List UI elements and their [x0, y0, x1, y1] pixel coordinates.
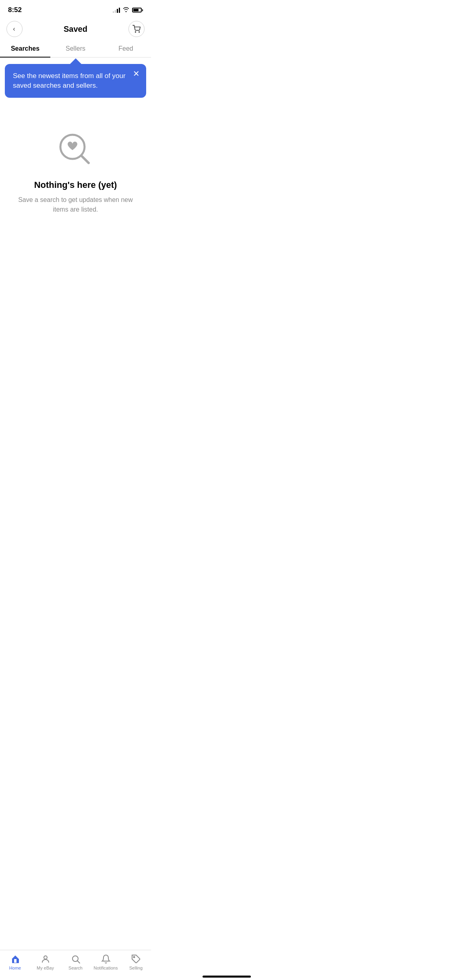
- back-button[interactable]: ‹: [6, 21, 23, 37]
- tooltip-container: See the newest items from all of your sa…: [5, 64, 146, 98]
- wifi-icon: [122, 6, 130, 14]
- tab-feed[interactable]: Feed: [101, 40, 151, 57]
- svg-line-3: [81, 156, 89, 163]
- tab-sellers[interactable]: Sellers: [50, 40, 101, 57]
- back-chevron-icon: ‹: [13, 25, 15, 33]
- page-title: Saved: [64, 25, 87, 34]
- tooltip-arrow: [70, 58, 81, 64]
- tab-searches[interactable]: Searches: [0, 40, 50, 57]
- signal-icon: [113, 7, 120, 13]
- empty-state: Nothing's here (yet) Save a search to ge…: [0, 98, 151, 231]
- empty-subtitle: Save a search to get updates when new it…: [16, 195, 135, 214]
- empty-title: Nothing's here (yet): [34, 180, 117, 190]
- tooltip-close-button[interactable]: ✕: [133, 70, 140, 78]
- search-heart-icon: [56, 130, 96, 170]
- battery-icon: [132, 8, 143, 12]
- cart-button[interactable]: [128, 21, 145, 37]
- status-bar: 8:52: [0, 0, 151, 18]
- cart-icon: [132, 25, 141, 33]
- svg-point-0: [135, 32, 136, 33]
- status-icons: [113, 6, 143, 14]
- tooltip-banner: See the newest items from all of your sa…: [5, 64, 146, 98]
- status-time: 8:52: [8, 6, 22, 14]
- tooltip-text: See the newest items from all of your sa…: [13, 72, 126, 89]
- header: ‹ Saved: [0, 18, 151, 40]
- svg-point-1: [139, 32, 140, 33]
- tabs-container: Searches Sellers Feed: [0, 40, 151, 58]
